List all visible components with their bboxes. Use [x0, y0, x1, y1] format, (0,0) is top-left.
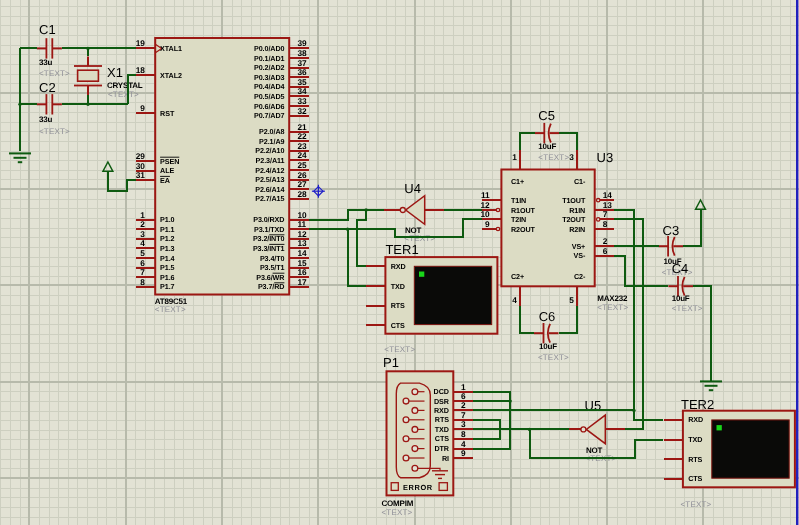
- pin-name-label: P2.6/A14: [255, 185, 284, 194]
- pin-name-label: RTS: [688, 455, 702, 464]
- pin-name-label: EA: [160, 176, 170, 185]
- pin-name-label: TXD: [435, 425, 449, 434]
- pin-number-label: 5: [140, 248, 145, 258]
- pin-name-label: P3.3/INT1: [253, 244, 285, 253]
- pin-name-label: T2OUT: [562, 215, 586, 224]
- pin-number-label: 7: [603, 209, 608, 219]
- pin-name-label: RXD: [688, 415, 703, 424]
- pin-number-label: 25: [298, 160, 308, 170]
- component-ref-label: X1: [107, 65, 123, 80]
- pin-number-label: 7: [461, 410, 466, 420]
- text-placeholder: <TEXT>: [382, 508, 413, 517]
- terminal-cursor: [717, 425, 722, 430]
- pin-number-label: 12: [298, 229, 308, 239]
- component-ref-label: C6: [539, 309, 556, 324]
- pin-name-label: P3.5/T1: [260, 263, 285, 272]
- pin-name-label: DCD: [434, 387, 449, 396]
- dsub-pin-hole: [403, 398, 409, 404]
- dsub-pin-hole: [412, 389, 418, 395]
- proteus-schematic-canvas[interactable]: 19XTAL118XTAL29RST29PSEN30ALE31EA1P1.02P…: [0, 0, 799, 525]
- pin-number-label: 7: [140, 267, 145, 277]
- pin-name-label: P1.4: [160, 254, 174, 263]
- inversion-bubble-icon: [597, 218, 600, 221]
- inversion-bubble-icon: [496, 208, 499, 211]
- pin-name-label: P2.5/A13: [255, 175, 284, 184]
- pin-name-label: P2.0/A8: [259, 127, 284, 136]
- pin-name-label: P1.2: [160, 234, 174, 243]
- pin-number-label: 3: [569, 152, 574, 162]
- component-value-label: 10uF: [672, 294, 690, 303]
- pin-name-label: P2.3/A11: [256, 156, 285, 165]
- terminal-cursor: [419, 272, 424, 277]
- pin-name-label: P3.2/INT0: [253, 234, 285, 243]
- pin-name-label: P2.7/A15: [255, 194, 284, 203]
- wire-junction-dot: [364, 208, 367, 211]
- pin-name-label: P1.0: [160, 215, 174, 224]
- pin-name-label: P0.4/AD4: [254, 82, 284, 91]
- pin-name-label: T1OUT: [562, 196, 586, 205]
- pin-number-label: 19: [136, 38, 146, 48]
- pin-number-label: 1: [140, 210, 145, 220]
- component-ref-label: C2: [39, 80, 56, 95]
- pin-name-label: P0.5/AD5: [254, 92, 284, 101]
- pin-name-label: CTS: [435, 434, 449, 443]
- text-placeholder: <TEXT>: [538, 153, 569, 162]
- pin-number-label: 10: [298, 210, 308, 220]
- pin-name-label: T2IN: [511, 215, 526, 224]
- crystal-body[interactable]: [78, 70, 99, 81]
- pin-name-label: XTAL1: [160, 44, 182, 53]
- pin-number-label: 6: [603, 246, 608, 256]
- pin-number-label: 11: [481, 190, 490, 200]
- pin-name-label: TXD: [688, 435, 702, 444]
- pin-number-label: 2: [140, 219, 145, 229]
- text-placeholder: <TEXT>: [538, 353, 569, 362]
- component-value-label: 33u: [39, 58, 52, 67]
- pin-number-label: 18: [136, 65, 146, 75]
- dsub-pin-hole: [403, 455, 409, 461]
- pin-number-label: 27: [298, 179, 308, 189]
- pin-number-label: 5: [569, 295, 574, 305]
- inversion-bubble-icon: [597, 199, 600, 202]
- dsub-pin-hole: [412, 465, 418, 471]
- pin-name-label: P0.0/AD0: [254, 44, 284, 53]
- component-ref-label: C5: [538, 108, 555, 123]
- pin-name-label: P1.3: [160, 244, 174, 253]
- pin-number-label: 4: [140, 238, 145, 248]
- pin-name-label: P1.1: [160, 225, 174, 234]
- error-label: ERROR: [403, 483, 433, 492]
- pin-number-label: 8: [140, 277, 145, 287]
- pin-name-label: P2.1/A9: [259, 137, 284, 146]
- pin-number-label: 4: [512, 295, 517, 305]
- dsub-pin-hole: [412, 446, 418, 452]
- pin-number-label: 22: [298, 131, 308, 141]
- pin-name-label: VS+: [572, 242, 586, 251]
- pin-name-label: P3.0/RXD: [253, 215, 284, 224]
- pin-number-label: 24: [298, 150, 308, 160]
- inversion-bubble-icon: [496, 227, 499, 230]
- pin-number-label: 16: [298, 267, 308, 277]
- component-ref-label: C4: [672, 261, 689, 276]
- pin-number-label: 3: [140, 229, 145, 239]
- pin-name-label: C2-: [574, 272, 586, 281]
- pin-name-label: C2+: [511, 272, 524, 281]
- component-ref-label: U4: [404, 181, 421, 196]
- pin-number-label: 29: [136, 151, 146, 161]
- pin-name-label: P2.4/A12: [255, 166, 284, 175]
- pin-name-label: R1IN: [569, 206, 585, 215]
- terminal-screen[interactable]: [712, 420, 789, 478]
- component-ref-label: C3: [663, 223, 680, 238]
- component-ref-label: C1: [39, 22, 56, 37]
- pin-number-label: 2: [603, 236, 608, 246]
- pin-number-label: 13: [298, 238, 308, 248]
- wire-junction-dot: [509, 399, 512, 402]
- pin-number-label: 33: [298, 96, 308, 106]
- pin-name-label: VS-: [574, 251, 586, 260]
- pin-number-label: 9: [461, 448, 466, 458]
- pin-number-label: 8: [461, 429, 466, 439]
- wire-junction-dot: [632, 409, 635, 412]
- pin-number-label: 1: [512, 152, 517, 162]
- terminal-screen[interactable]: [414, 266, 491, 324]
- dsub-pin-hole: [412, 427, 418, 433]
- dsub-pin-hole: [412, 408, 418, 414]
- pin-name-label: DTR: [434, 444, 449, 453]
